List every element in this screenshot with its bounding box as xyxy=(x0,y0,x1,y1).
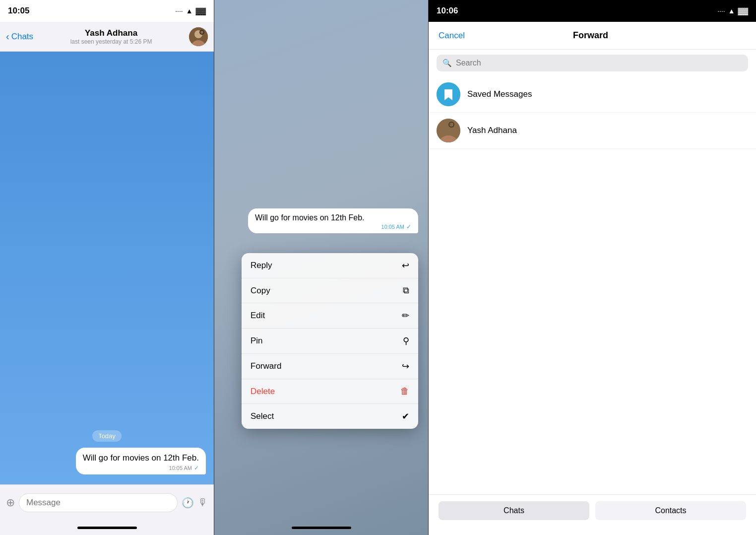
yash-avatar xyxy=(437,119,460,142)
forward-panel: 10:06 ···· ▲ ▓▓ Cancel Forward 🔍 S xyxy=(429,0,756,535)
saved-messages-name: Saved Messages xyxy=(467,89,532,99)
tab-contacts[interactable]: Contacts xyxy=(595,501,746,520)
copy-icon: ⧉ xyxy=(403,285,409,296)
copy-label: Copy xyxy=(251,286,270,296)
message-text: Will go for movies on 12th Feb. xyxy=(83,453,199,463)
reply-icon: ↩ xyxy=(402,260,409,271)
search-input-wrap: 🔍 xyxy=(437,55,748,71)
context-menu-select[interactable]: Select ✔ xyxy=(242,404,418,429)
battery-icon: ▓▓ xyxy=(196,7,206,15)
message-time: 10:05 AM xyxy=(169,465,192,471)
pin-icon: ⚲ xyxy=(403,335,409,346)
wifi-icon: ▲ xyxy=(186,7,193,15)
forward-status-time: 10:06 xyxy=(437,6,458,16)
context-message-text: Will go for movies on 12th Feb. xyxy=(255,213,365,222)
message-bubble[interactable]: Will go for movies on 12th Feb. 10:05 AM… xyxy=(76,448,206,474)
back-label[interactable]: Chats xyxy=(11,32,33,42)
context-message-tick-icon: ✓ xyxy=(406,223,411,230)
edit-icon: ✏ xyxy=(402,310,409,321)
status-time: 10:05 xyxy=(8,6,29,16)
chat-user-status: last seen yesterday at 5:26 PM xyxy=(70,38,152,45)
context-panel: Will go for movies on 12th Feb. 10:05 AM… xyxy=(214,0,429,535)
yash-name: Yash Adhana xyxy=(467,126,517,135)
messages-area: Today Will go for movies on 12th Feb. 10… xyxy=(0,52,214,484)
forward-title: Forward xyxy=(573,30,608,41)
svg-point-4 xyxy=(200,31,203,34)
home-indicator xyxy=(77,527,137,529)
chat-nav-bar: ‹ Chats Yash Adhana last seen yesterday … xyxy=(0,22,214,52)
context-menu: Reply ↩ Copy ⧉ Edit ✏ Pin ⚲ Forward ↪ De… xyxy=(242,253,418,429)
chevron-left-icon: ‹ xyxy=(6,31,9,42)
message-input[interactable] xyxy=(19,493,178,512)
search-icon: 🔍 xyxy=(442,59,452,67)
date-pill: Today xyxy=(92,430,122,442)
cancel-button[interactable]: Cancel xyxy=(439,31,465,41)
delete-icon: 🗑 xyxy=(400,386,409,397)
saved-messages-avatar xyxy=(437,82,460,106)
voice-icon[interactable]: 🎙 xyxy=(198,497,208,508)
delete-label: Delete xyxy=(251,387,275,397)
status-icons: ···· ▲ ▓▓ xyxy=(175,7,206,15)
context-home-indicator xyxy=(292,527,351,529)
forward-icon: ↪ xyxy=(402,361,409,372)
chat-user-info: Yash Adhana last seen yesterday at 5:26 … xyxy=(37,28,185,45)
home-bar xyxy=(0,520,214,535)
date-badge: Today xyxy=(8,430,206,442)
attach-icon[interactable]: ⊕ xyxy=(6,496,15,509)
contact-yash[interactable]: Yash Adhana xyxy=(429,113,756,149)
context-message-meta: 10:05 AM ✓ xyxy=(255,223,411,230)
search-bar: 🔍 xyxy=(429,50,756,76)
contacts-list: Saved Messages Yash Adhana xyxy=(429,76,756,494)
forward-battery-icon: ▓▓ xyxy=(738,7,748,15)
chat-panel: 10:05 ···· ▲ ▓▓ ‹ Chats Yash Adhana last… xyxy=(0,0,214,535)
context-menu-forward[interactable]: Forward ↪ xyxy=(242,354,418,379)
forward-status-bar: 10:06 ···· ▲ ▓▓ xyxy=(429,0,756,22)
avatar[interactable] xyxy=(189,27,208,46)
context-message-time: 10:05 AM xyxy=(381,224,404,230)
forward-wifi-icon: ▲ xyxy=(728,7,735,15)
chat-status-bar: 10:05 ···· ▲ ▓▓ xyxy=(0,0,214,22)
avatar-image xyxy=(189,27,208,46)
context-menu-reply[interactable]: Reply ↩ xyxy=(242,253,418,278)
edit-label: Edit xyxy=(251,311,265,321)
search-input[interactable] xyxy=(456,59,742,67)
tab-bar: Chats Contacts xyxy=(429,494,756,535)
context-home-bar xyxy=(214,520,428,535)
tab-chats[interactable]: Chats xyxy=(439,501,589,520)
context-menu-pin[interactable]: Pin ⚲ xyxy=(242,329,418,354)
select-label: Select xyxy=(251,411,274,421)
forward-status-icons: ···· ▲ ▓▓ xyxy=(717,7,748,15)
select-icon: ✔ xyxy=(402,411,409,422)
back-button[interactable]: ‹ Chats xyxy=(6,31,33,42)
forward-signal-icon: ···· xyxy=(717,7,725,15)
chat-user-name: Yash Adhana xyxy=(85,28,137,38)
context-menu-delete[interactable]: Delete 🗑 xyxy=(242,379,418,404)
emoji-icon[interactable]: 🕐 xyxy=(182,497,194,509)
chat-input-bar: ⊕ 🕐 🎙 xyxy=(0,484,214,520)
svg-point-11 xyxy=(449,124,451,125)
message-meta: 10:05 AM ✓ xyxy=(83,465,199,471)
pin-label: Pin xyxy=(251,336,263,346)
context-menu-edit[interactable]: Edit ✏ xyxy=(242,303,418,329)
context-menu-copy[interactable]: Copy ⧉ xyxy=(242,278,418,303)
context-message-bubble: Will go for movies on 12th Feb. 10:05 AM… xyxy=(248,208,418,233)
signal-icon: ···· xyxy=(175,7,183,15)
contact-saved-messages[interactable]: Saved Messages xyxy=(429,76,756,113)
reply-label: Reply xyxy=(251,261,272,270)
message-tick-icon: ✓ xyxy=(194,465,199,471)
forward-label: Forward xyxy=(251,361,281,371)
forward-nav-bar: Cancel Forward xyxy=(429,22,756,50)
